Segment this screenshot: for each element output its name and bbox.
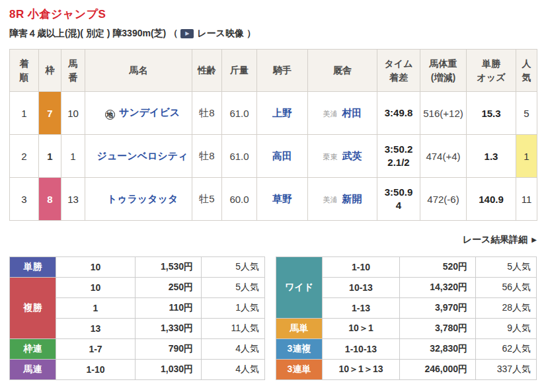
- trainer-link[interactable]: 武英: [342, 150, 362, 161]
- payout-popularity: 337人気: [476, 360, 537, 380]
- payout-popularity: 28人気: [476, 298, 537, 319]
- col-header-odds: 単勝 オッズ: [467, 50, 516, 92]
- stable-region: 美浦: [323, 110, 337, 118]
- bet-type-tansho: 単勝: [10, 257, 56, 278]
- body-weight-cell: 516(+12): [420, 92, 467, 135]
- finish-time: 3:50.9: [377, 186, 420, 199]
- payout-popularity: 4人気: [202, 339, 265, 360]
- horse-name-cell: ジューンベロシティ: [85, 135, 192, 178]
- time-cell: 3:50.2 2.1/2: [377, 135, 420, 178]
- bet-type-umatan: 馬単: [276, 319, 323, 339]
- payout-amount: 1,030円: [136, 360, 202, 380]
- col-header-pop: 人 気: [516, 50, 537, 92]
- trainer-link[interactable]: 新開: [342, 193, 362, 204]
- payout-popularity: 56人気: [476, 278, 537, 298]
- sex-age-cell: 牡8: [192, 92, 222, 135]
- payout-amount: 790円: [136, 339, 202, 360]
- bet-type-sanrenpuku: 3連複: [276, 339, 323, 360]
- col-header-body: 馬体重 (増減): [420, 50, 467, 92]
- bet-type-sanrentan: 3連単: [276, 360, 323, 380]
- horse-number-cell: 13: [61, 178, 85, 221]
- payout-section: 単勝 10 1,530円 5人気 複勝 10 250円 5人気 1 110円 1…: [9, 256, 537, 380]
- sex-age-cell: 牡5: [192, 178, 222, 221]
- body-weight-cell: 472(-6): [420, 178, 467, 221]
- result-row-1: 1 7 10 地 サンデイビス 牡8 61.0 上野 美浦 村田 3:49.8 …: [10, 92, 537, 135]
- time-cell: 3:49.8: [377, 92, 420, 135]
- odds-cell: 1.3: [467, 135, 516, 178]
- col-header-waku: 枠: [39, 50, 61, 92]
- horse-name-link[interactable]: トゥラッタッタ: [107, 193, 178, 204]
- bet-type-wide: ワイド: [276, 257, 323, 319]
- payout-combination: 10-13: [323, 278, 400, 298]
- payout-row: 馬連 1-10 1,030円 4人気: [10, 360, 265, 380]
- payout-combination: 1-13: [323, 298, 400, 319]
- payout-popularity: 1人気: [202, 298, 265, 319]
- payout-combination: 10＞1: [323, 319, 400, 339]
- trainer-link[interactable]: 村田: [342, 107, 362, 118]
- bet-type-wakuren: 枠連: [10, 339, 56, 360]
- payout-row: 複勝 10 250円 5人気: [10, 278, 265, 298]
- payout-popularity: 62人気: [476, 339, 537, 360]
- race-video-link[interactable]: ▶ レース映像: [180, 28, 244, 40]
- horse-name-link[interactable]: サンデイビス: [119, 106, 180, 118]
- col-header-time: タイム 着差: [377, 50, 420, 92]
- col-header-sexage: 性齢: [192, 50, 222, 92]
- payout-combination: 1-10-13: [323, 339, 400, 360]
- chihou-mark: 地: [105, 110, 115, 120]
- popularity-cell: 11: [516, 178, 537, 221]
- payout-popularity: 11人気: [202, 319, 265, 339]
- race-conditions: 障害４歳以上(混)( 別定 ) 障3390m(芝) （ ▶ レース映像 ）: [9, 28, 537, 40]
- payout-combination: 1-10: [323, 257, 400, 278]
- payout-row: ワイド 1-10 520円 5人気: [276, 257, 537, 278]
- payout-table-left: 単勝 10 1,530円 5人気 複勝 10 250円 5人気 1 110円 1…: [9, 256, 265, 380]
- race-video-label[interactable]: レース映像: [197, 28, 244, 40]
- jockey-link[interactable]: 上野: [272, 107, 292, 118]
- payout-popularity: 9人気: [476, 319, 537, 339]
- payout-table-right: ワイド 1-10 520円 5人気 10-13 14,320円 56人気 1-1…: [276, 256, 537, 380]
- popularity-cell: 5: [516, 92, 537, 135]
- payout-amount: 110円: [136, 298, 202, 319]
- results-header-row: 着 順 枠 馬 番 馬名 性齢 斤量 騎手 厩舎 タイム 着差 馬体重 (増減)…: [10, 50, 537, 92]
- jockey-cell: 上野: [257, 92, 308, 135]
- col-header-num: 馬 番: [61, 50, 85, 92]
- waku-cell: 1: [39, 135, 61, 178]
- finish-time: 3:50.2: [377, 143, 420, 156]
- odds-cell: 140.9: [467, 178, 516, 221]
- time-cell: 3:50.9 4: [377, 178, 420, 221]
- popularity-cell: 1: [516, 135, 537, 178]
- col-header-jockey: 騎手: [257, 50, 308, 92]
- payout-popularity: 5人気: [476, 257, 537, 278]
- jockey-cell: 高田: [257, 135, 308, 178]
- sex-age-cell: 牡8: [192, 135, 222, 178]
- play-icon[interactable]: ▶: [180, 29, 194, 38]
- payout-amount: 3,970円: [400, 298, 476, 319]
- carried-weight-cell: 61.0: [222, 135, 257, 178]
- race-result-detail-label[interactable]: レース結果詳細: [463, 234, 528, 245]
- col-header-stable: 厩舎: [308, 50, 377, 92]
- payout-combination: 10: [56, 278, 136, 298]
- race-result-detail-link[interactable]: レース結果詳細▶: [463, 234, 537, 245]
- paren-open: （: [169, 28, 178, 40]
- result-row-3: 3 8 13 トゥラッタッタ 牡5 60.0 草野 美浦 新開 3:50.9 4…: [10, 178, 537, 221]
- payout-combination: 13: [56, 319, 136, 339]
- result-row-2: 2 1 1 ジューンベロシティ 牡8 61.0 高田 栗東 武英 3:50.2 …: [10, 135, 537, 178]
- horse-name-link[interactable]: ジューンベロシティ: [97, 150, 188, 161]
- chevron-right-icon[interactable]: ▶: [531, 236, 537, 243]
- col-header-weight: 斤量: [222, 50, 257, 92]
- payout-combination: 1: [56, 298, 136, 319]
- stable-region: 美浦: [323, 196, 337, 204]
- payout-row: 3連複 1-10-13 32,830円 62人気: [276, 339, 537, 360]
- payout-popularity: 4人気: [202, 360, 265, 380]
- rank-cell: 3: [10, 178, 39, 221]
- jockey-link[interactable]: 草野: [272, 193, 292, 204]
- detail-link-row: レース結果詳細▶: [9, 233, 537, 246]
- race-conditions-text: 障害４歳以上(混)( 別定 ) 障3390m(芝): [9, 28, 166, 40]
- payout-combination: 10＞1＞13: [323, 360, 400, 380]
- jockey-cell: 草野: [257, 178, 308, 221]
- waku-cell: 8: [39, 178, 61, 221]
- horse-name-cell: 地 サンデイビス: [85, 92, 192, 135]
- jockey-link[interactable]: 高田: [272, 150, 292, 161]
- rank-cell: 2: [10, 135, 39, 178]
- payout-amount: 14,320円: [400, 278, 476, 298]
- payout-combination: 10: [56, 257, 136, 278]
